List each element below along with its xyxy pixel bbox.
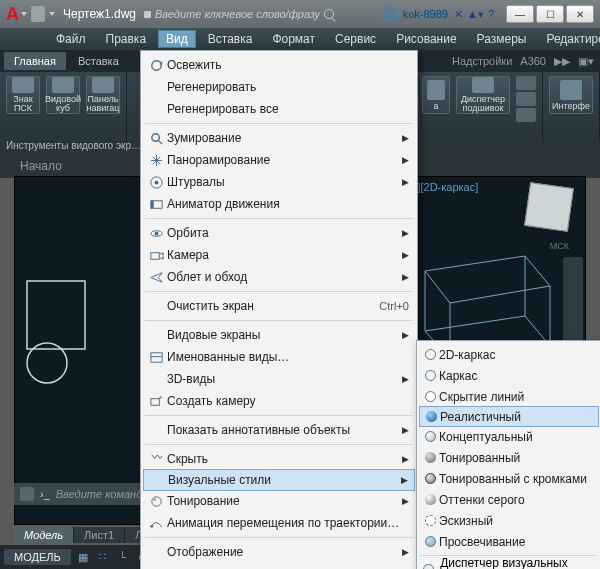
menu-item-label: Тонирование [167,494,402,508]
submenu-arrow-icon: ▶ [402,425,409,435]
viewport-controls-label[interactable]: д][2D-каркас] [411,181,478,193]
ribbon-tab[interactable]: Главная [4,52,66,70]
palette-button[interactable]: а [422,76,450,114]
cmd-close-icon[interactable] [20,487,34,501]
menu-item[interactable]: +Создать камеру [143,390,415,412]
menu-сервис[interactable]: Сервис [327,30,384,48]
layout-tab[interactable]: Модель [14,527,74,543]
ribbon-tab[interactable]: Вставка [68,52,129,70]
maximize-button[interactable]: ☐ [536,5,564,23]
small-btn[interactable] [516,76,536,90]
menu-item[interactable]: Анимация перемещения по траектории… [143,512,415,534]
qat-btn[interactable] [31,6,45,22]
ribbon-panel-label: Инструменты видового экр… [6,140,141,151]
menu-item-label: Анимация перемещения по траектории… [167,516,409,530]
menu-item[interactable]: Визуальные стили▶ [143,469,415,491]
submenu-arrow-icon: ▶ [402,547,409,557]
help-icon[interactable]: ? [488,8,494,21]
menu-item[interactable]: Регенерировать все [143,98,415,120]
submenu-item[interactable]: Просвечивание [419,531,599,552]
menu-item[interactable]: Освежить [143,54,415,76]
submenu-item[interactable]: Каркас [419,365,599,386]
menu-редактировать[interactable]: Редактировать [538,30,600,48]
navbar-button[interactable]: Панель навигац [86,76,120,114]
submenu-item[interactable]: Диспетчер визуальных стилей… [419,559,599,569]
user-avatar-icon[interactable] [383,7,397,21]
ribbon-right-tab[interactable]: Надстройки [452,55,512,68]
submenu-item[interactable]: Концептуальный [419,426,599,447]
menu-item[interactable]: Панорамирование▶ [143,149,415,171]
blank-icon [145,421,167,439]
featured-apps-icon[interactable]: ▶▶ [554,55,570,68]
file-tab-start[interactable]: Начало [6,156,76,176]
menu-item[interactable]: Панели…▶ [143,563,415,569]
svg-line-3 [425,271,450,303]
minimize-button[interactable]: — [506,5,534,23]
layout-tab[interactable]: Лист1 [74,527,125,543]
menu-item[interactable]: Аниматор движения [143,193,415,215]
svg-line-1 [525,256,550,286]
menu-item[interactable]: Зумирование▶ [143,127,415,149]
menu-item[interactable]: Видовые экраны▶ [143,324,415,346]
menu-item[interactable]: 3D-виды▶ [143,368,415,390]
menu-item[interactable]: Именованные виды… [143,346,415,368]
menu-item[interactable]: Регенерировать [143,76,415,98]
menu-правка[interactable]: Правка [98,30,155,48]
help-dropdown-icon[interactable]: ▲▾ [467,8,484,21]
refresh-icon [145,56,167,74]
menu-item[interactable]: Отображение▶ [143,541,415,563]
menu-item[interactable]: Штурвалы▶ [143,171,415,193]
submenu-item[interactable]: Тонированный [419,447,599,468]
menu-item[interactable]: Облет и обход▶ [143,266,415,288]
menu-item-label: Очистить экран [167,299,379,313]
menu-вставка[interactable]: Вставка [200,30,261,48]
grid-icon[interactable]: ▦ [75,549,91,565]
menu-формат[interactable]: Формат [264,30,323,48]
hide-icon [145,450,167,468]
menu-item[interactable]: Показать аннотативные объекты▶ [143,419,415,441]
svg-text:+: + [158,394,163,402]
qat-dropdown-icon[interactable] [49,12,55,16]
menu-item-label: Аниматор движения [167,197,409,211]
menu-item[interactable]: Орбита▶ [143,222,415,244]
style-ball-icon [421,473,439,484]
submenu-item[interactable]: Эскизный [419,510,599,531]
submenu-item[interactable]: Тонированный с кромками [419,468,599,489]
ribbon-right-tab[interactable]: A360 [520,55,546,68]
help-search[interactable]: Введите ключевое слово/фразу [144,8,334,20]
close-button[interactable]: ✕ [566,5,594,23]
menu-item[interactable]: Тонирование▶ [143,490,415,512]
submenu-item[interactable]: Оттенки серого [419,489,599,510]
ribbon-panel-palettes: а Диспетчер подшивок [416,72,543,142]
ortho-icon[interactable]: └ [115,549,131,565]
menu-item-label: Создать камеру [167,394,409,408]
menu-item[interactable]: Камера▶ [143,244,415,266]
small-btn[interactable] [516,108,536,122]
viewcube[interactable] [524,182,574,232]
viewcube-button[interactable]: Видовой куб [46,76,80,114]
small-btn[interactable] [516,92,536,106]
snap-icon[interactable]: ∷ [95,549,111,565]
cmd-prompt-icon: ›_ [40,488,50,500]
menu-вид[interactable]: Вид [158,30,196,48]
style-ball-icon [421,515,439,526]
menu-item[interactable]: Скрыть▶ [143,448,415,470]
menu-размеры[interactable]: Размеры [469,30,535,48]
submenu-item[interactable]: 2D-каркас [419,344,599,365]
menu-файл[interactable]: Файл [48,30,94,48]
menu-item-label: 3D-виды [167,372,402,386]
status-model-button[interactable]: МОДЕЛЬ [4,549,71,565]
exchange-icon[interactable]: ✕ [454,8,463,21]
menu-item[interactable]: Очистить экранCtrl+0 [143,295,415,317]
app-logo[interactable]: A [6,4,27,25]
submenu-item[interactable]: Скрытие линий [419,386,599,407]
menu-рисование[interactable]: Рисование [388,30,464,48]
path-icon [145,514,167,532]
interface-button[interactable]: Интерфе [549,76,593,114]
sheetset-button[interactable]: Диспетчер подшивок [456,76,510,114]
manager-icon [421,564,436,569]
ribbon-expand-icon[interactable]: ▣▾ [578,55,594,68]
ucs-icon-button[interactable]: Знак ПСК [6,76,40,114]
submenu-item[interactable]: Реалистичный [419,406,599,427]
user-name[interactable]: kok-8989 [403,8,448,20]
